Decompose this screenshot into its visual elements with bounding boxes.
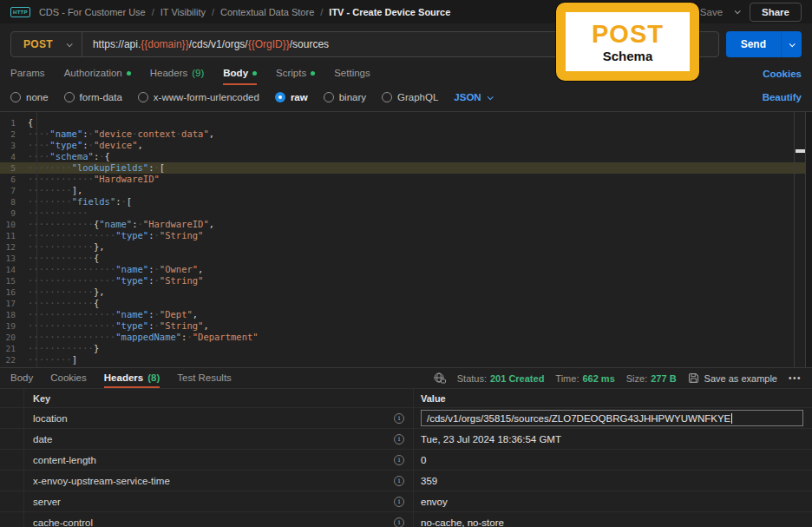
- breadcrumb-separator: /: [152, 7, 154, 17]
- code-line: 13············{: [0, 253, 812, 264]
- save-icon: [688, 372, 699, 384]
- share-button[interactable]: Share: [750, 3, 802, 22]
- text-caret: [731, 413, 732, 424]
- radio-circle-icon: [324, 92, 334, 102]
- url-variable-domain: {{domain}}: [141, 38, 188, 50]
- editor-edge-strip: [806, 112, 812, 367]
- time-badge: Time: 662 ms: [555, 373, 614, 384]
- header-key-cell: x-envoy-upstream-service-time: [24, 471, 414, 491]
- response-tabs: BodyCookiesHeaders(8)Test Results Status…: [0, 368, 812, 389]
- code-line: 5········"lookupFields":·[: [0, 162, 812, 174]
- line-number: 5: [0, 162, 28, 174]
- method-select[interactable]: POST: [11, 32, 82, 56]
- response-tab-headers[interactable]: Headers(8): [104, 368, 160, 388]
- request-tab-scripts[interactable]: Scripts: [276, 63, 315, 85]
- cookies-link[interactable]: Cookies: [763, 69, 802, 79]
- header-value[interactable]: 359: [421, 476, 437, 486]
- code-line: 1{: [0, 117, 812, 128]
- radio-none[interactable]: none: [10, 92, 49, 102]
- breadcrumb-item[interactable]: Contextual Data Store: [220, 7, 314, 17]
- topbar-actions: Save Share: [684, 3, 802, 22]
- http-request-icon: HTTP: [10, 7, 30, 17]
- breadcrumb-item[interactable]: IT Visibility: [160, 7, 206, 17]
- header-key-cell: content-length: [24, 450, 414, 470]
- response-tab-cookies[interactable]: Cookies: [50, 368, 87, 388]
- header-value-cell: /cds/v1/orgs/35815/sources/ZLO7DEOQBRG43…: [414, 408, 812, 428]
- code-text: ····"schema":·{: [28, 151, 110, 162]
- radio-label: none: [26, 92, 49, 102]
- header-value-cell: envoy: [414, 491, 812, 511]
- header-key: x-envoy-upstream-service-time: [33, 476, 170, 486]
- header-value[interactable]: 0: [421, 455, 426, 465]
- code-text: ················"type":·"String": [28, 275, 203, 287]
- radio-graphql[interactable]: GraphQL: [382, 92, 438, 102]
- code-line: 17············{: [0, 298, 812, 309]
- info-icon[interactable]: [394, 413, 404, 424]
- send-options-chevron-icon[interactable]: [781, 31, 802, 57]
- table-spacer-cell: [0, 429, 24, 449]
- radio-circle-icon: [275, 92, 285, 102]
- response-tab-test-results[interactable]: Test Results: [177, 368, 232, 388]
- header-key-cell: location: [24, 408, 414, 428]
- info-icon[interactable]: [394, 455, 404, 465]
- beautify-link[interactable]: Beautify: [763, 92, 802, 102]
- url-text: /sources: [290, 38, 329, 50]
- more-options-button[interactable]: •••: [789, 373, 802, 383]
- code-text: ············{"name":·"HardwareID",: [28, 219, 214, 230]
- url-input[interactable]: https://api.{{domain}}/cds/v1/orgs/{{Org…: [82, 38, 339, 50]
- info-icon[interactable]: [394, 434, 404, 445]
- request-tab-settings[interactable]: Settings: [334, 63, 370, 85]
- code-line: 22········]: [0, 354, 812, 366]
- send-button[interactable]: Send: [726, 31, 802, 57]
- response-tab-body[interactable]: Body: [10, 368, 33, 388]
- info-icon[interactable]: [394, 497, 404, 507]
- breadcrumb-item[interactable]: CDS - For Customer Use: [39, 7, 146, 17]
- size-label: Size:: [626, 373, 647, 384]
- radio-binary[interactable]: binary: [324, 92, 366, 102]
- code-line: 6············"HardwareID": [0, 174, 812, 185]
- table-spacer-cell: [0, 471, 24, 491]
- radio-form-data[interactable]: form-data: [64, 92, 122, 102]
- method-chevron-icon: [67, 41, 73, 47]
- radio-label: form-data: [80, 92, 122, 102]
- code-text: ················"name":·"Owner",: [28, 264, 203, 275]
- code-area: 1{2····"name":·"device·context·data",3··…: [0, 117, 812, 366]
- save-as-example-button[interactable]: Save as example: [688, 372, 777, 384]
- callout-title: POST: [592, 21, 664, 47]
- post-schema-callout: POST Schema: [556, 3, 699, 81]
- header-value-input[interactable]: /cds/v1/orgs/35815/sources/ZLO7DEOQBRG43…: [421, 410, 803, 426]
- header-value: /cds/v1/orgs/35815/sources/ZLO7DEOQBRG43…: [427, 413, 730, 424]
- radio-raw[interactable]: raw: [275, 92, 308, 102]
- request-tab-params[interactable]: Params: [10, 63, 45, 85]
- status-value: 201 Created: [490, 373, 544, 384]
- green-dot-icon: [127, 71, 131, 76]
- header-value[interactable]: envoy: [421, 497, 448, 507]
- code-text: ············"HardwareID": [28, 174, 160, 185]
- radio-x-www-form-urlencoded[interactable]: x-www-form-urlencoded: [138, 92, 259, 102]
- request-tab-body[interactable]: Body: [223, 63, 257, 85]
- code-line: 16············},: [0, 287, 812, 298]
- request-tab-authorization[interactable]: Authorization: [64, 63, 131, 85]
- scrollbar-track[interactable]: [794, 112, 806, 367]
- status-label: Status:: [457, 373, 487, 384]
- url-text: https://api.: [93, 38, 141, 50]
- table-spacer-cell: [0, 491, 24, 511]
- info-icon[interactable]: [394, 476, 404, 486]
- info-icon[interactable]: [394, 517, 404, 527]
- body-type-options: noneform-datax-www-form-urlencodedrawbin…: [0, 87, 812, 108]
- header-value[interactable]: Tue, 23 Jul 2024 18:36:54 GMT: [421, 434, 561, 445]
- send-label: Send: [726, 31, 781, 57]
- header-value[interactable]: no-cache, no-store: [421, 517, 504, 527]
- body-editor[interactable]: 1{2····"name":·"device·context·data",3··…: [0, 111, 812, 368]
- line-number: 16: [0, 287, 28, 298]
- network-globe-icon[interactable]: [434, 372, 446, 384]
- radio-label: GraphQL: [397, 92, 438, 102]
- code-text: ············}: [28, 343, 99, 354]
- save-options-chevron-icon[interactable]: [735, 8, 741, 14]
- code-line: 19················"type":·"String",: [0, 320, 812, 332]
- language-select[interactable]: JSON: [454, 92, 491, 102]
- header-key: date: [33, 434, 52, 445]
- request-tab-headers[interactable]: Headers(9): [150, 63, 205, 85]
- line-number: 11: [0, 230, 28, 241]
- url-text: /cds/v1/orgs/: [189, 38, 248, 50]
